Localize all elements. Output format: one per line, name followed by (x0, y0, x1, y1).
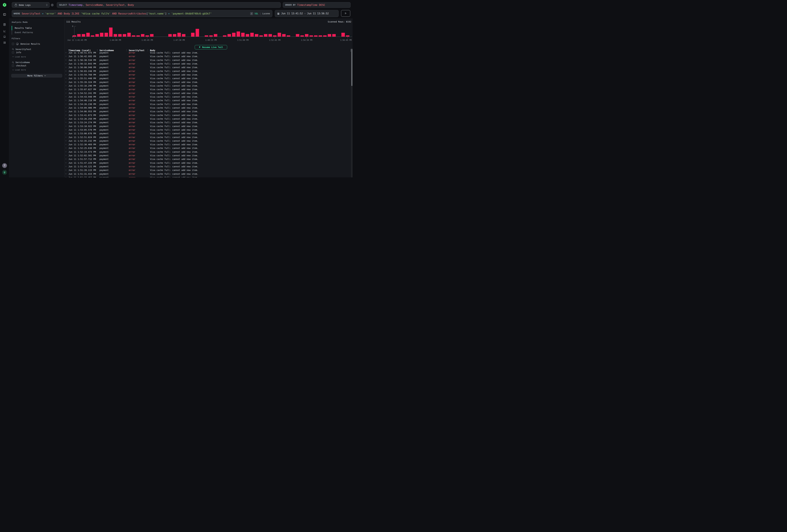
histogram-bar[interactable] (332, 34, 336, 37)
resume-live-tail-button[interactable]: Resume Live Tail (195, 45, 227, 49)
histogram-bar[interactable] (141, 34, 144, 37)
histogram-bar[interactable] (195, 29, 199, 37)
log-row[interactable]: › Jun 11 1:54:26.230 PM payment error Vi… (64, 102, 351, 106)
log-row[interactable]: › Jun 11 1:52:51.824 PM payment error Vi… (64, 135, 351, 139)
log-row[interactable]: › Jun 11 1:54:52.241 PM payment error Vi… (64, 91, 351, 95)
time-range-picker[interactable]: Jun 11 13:41:52 - Jun 11 13:56:52 (275, 10, 339, 17)
row-expand-chevron-icon[interactable]: › (65, 62, 67, 65)
row-expand-chevron-icon[interactable]: › (65, 136, 67, 139)
log-row[interactable]: › Jun 11 1:53:41.873 PM payment error Vi… (64, 113, 351, 117)
log-row[interactable]: › Jun 11 1:56:38.534 PM payment error Vi… (64, 58, 351, 62)
log-row[interactable]: › Jun 11 1:55:07.827 PM payment error Vi… (64, 88, 351, 91)
histogram-bar[interactable] (277, 33, 281, 37)
filter-option-info[interactable]: info (12, 51, 21, 54)
row-expand-chevron-icon[interactable]: › (65, 95, 67, 98)
sidebar-toggle-icon[interactable] (3, 13, 6, 16)
histogram-bar[interactable] (132, 36, 135, 37)
denoise-results-row[interactable]: Denoise Results (12, 42, 40, 45)
histogram-bar[interactable] (113, 34, 117, 37)
histogram-bar[interactable] (259, 36, 263, 37)
log-row[interactable]: › Jun 11 1:55:16.296 PM payment error Vi… (64, 84, 351, 87)
histogram-bar[interactable] (82, 34, 85, 37)
row-expand-chevron-icon[interactable]: › (65, 92, 67, 94)
histogram-bar[interactable] (232, 33, 235, 37)
load-more-severitytext[interactable]: Load more (12, 56, 26, 58)
histogram-bar[interactable] (168, 34, 172, 37)
histogram-bar[interactable] (273, 36, 276, 37)
row-expand-chevron-icon[interactable]: › (65, 172, 67, 175)
chart-icon[interactable] (3, 30, 6, 33)
log-row[interactable]: › Jun 11 1:56:03.248 PM payment error Vi… (64, 69, 351, 73)
histogram-bar[interactable] (286, 36, 290, 37)
histogram-bar[interactable] (241, 33, 244, 37)
histogram-bar[interactable] (341, 33, 345, 37)
row-expand-chevron-icon[interactable]: › (65, 81, 67, 83)
histogram-bar[interactable] (328, 34, 331, 37)
histogram-bar[interactable] (346, 36, 349, 37)
row-expand-chevron-icon[interactable]: › (65, 77, 67, 80)
log-row[interactable]: › Jun 11 1:51:39.115 PM payment error Vi… (64, 168, 351, 172)
log-row[interactable]: › Jun 11 1:56:42.995 PM payment error Vi… (64, 55, 351, 58)
row-expand-chevron-icon[interactable]: › (65, 66, 67, 69)
row-expand-chevron-icon[interactable]: › (65, 147, 67, 150)
histogram-bar[interactable] (123, 34, 126, 37)
log-row[interactable]: › Jun 11 1:51:57.712 PM payment error Vi… (64, 157, 351, 161)
histogram-bar[interactable] (310, 36, 313, 37)
denoise-checkbox[interactable] (12, 43, 14, 45)
histogram-bar[interactable] (127, 33, 131, 37)
histogram-bar[interactable] (100, 33, 103, 37)
histogram-bar[interactable] (150, 34, 153, 37)
log-row[interactable]: › Jun 11 1:55:59.760 PM payment error Vi… (64, 73, 351, 77)
run-query-button[interactable] (341, 10, 350, 17)
row-expand-chevron-icon[interactable]: › (65, 169, 67, 172)
row-expand-chevron-icon[interactable]: › (65, 150, 67, 153)
row-expand-chevron-icon[interactable]: › (65, 158, 67, 161)
log-row[interactable]: › Jun 11 1:56:08.948 PM payment error Vi… (64, 66, 351, 69)
monitors-icon[interactable] (3, 36, 6, 38)
row-expand-chevron-icon[interactable]: › (65, 84, 67, 87)
histogram-bar[interactable] (91, 36, 94, 37)
histogram-bar[interactable] (223, 36, 226, 37)
histogram-bar[interactable] (182, 34, 186, 37)
column-header-body[interactable]: Body (150, 49, 155, 51)
language-lucene-option[interactable]: Lucene (262, 13, 270, 15)
row-expand-chevron-icon[interactable]: › (65, 161, 67, 164)
hyperdx-logo-icon[interactable] (3, 3, 6, 7)
histogram-bar[interactable] (246, 34, 249, 37)
histogram-bar[interactable] (136, 36, 140, 37)
more-filters-button[interactable]: More filters (11, 74, 62, 78)
log-row[interactable]: › Jun 11 1:51:47.229 PM payment error Vi… (64, 161, 351, 165)
row-expand-chevron-icon[interactable]: › (65, 114, 67, 116)
log-row[interactable]: › Jun 11 1:55:39.324 PM payment error Vi… (64, 80, 351, 84)
histogram-bar[interactable] (300, 36, 304, 37)
row-expand-chevron-icon[interactable]: › (65, 99, 67, 102)
row-expand-chevron-icon[interactable]: › (65, 59, 67, 61)
column-resize-handle[interactable] (148, 49, 148, 51)
dashboards-icon[interactable] (3, 41, 6, 44)
log-row[interactable]: › Jun 11 1:54:43.948 PM payment error Vi… (64, 95, 351, 99)
row-expand-chevron-icon[interactable]: › (65, 73, 67, 76)
histogram-bar[interactable] (296, 34, 299, 37)
histogram-bar[interactable] (264, 34, 267, 37)
histogram-bar[interactable] (255, 34, 258, 37)
histogram-bar[interactable] (282, 34, 285, 37)
source-select[interactable]: Demo Logs (12, 2, 49, 8)
help-button[interactable]: ? (2, 163, 7, 168)
column-resize-handle[interactable] (97, 49, 98, 51)
histogram-bar[interactable] (191, 33, 194, 37)
user-avatar[interactable]: U (2, 170, 7, 175)
column-header-severitytext[interactable]: SeverityText (129, 49, 145, 51)
log-row[interactable]: › Jun 11 1:52:30.469 PM payment error Vi… (64, 143, 351, 146)
log-row[interactable]: › Jun 11 1:51:43.121 PM payment error Vi… (64, 165, 351, 168)
histogram-bar[interactable] (177, 33, 181, 37)
row-expand-chevron-icon[interactable]: › (65, 106, 67, 109)
histogram-bar[interactable] (209, 36, 213, 37)
log-row[interactable]: › Jun 11 1:53:24.274 PM payment error Vi… (64, 121, 351, 124)
histogram-bar[interactable] (173, 34, 176, 37)
log-row[interactable]: › Jun 11 1:52:02.581 PM payment error Vi… (64, 154, 351, 157)
histogram-bar[interactable] (118, 34, 122, 37)
log-row[interactable]: › Jun 11 1:55:51.448 PM payment error Vi… (64, 77, 351, 80)
log-row[interactable]: › Jun 11 1:53:26.250 PM payment error Vi… (64, 117, 351, 121)
log-row[interactable]: › Jun 11 1:54:40.218 PM payment error Vi… (64, 99, 351, 102)
histogram-bar[interactable] (214, 34, 217, 37)
